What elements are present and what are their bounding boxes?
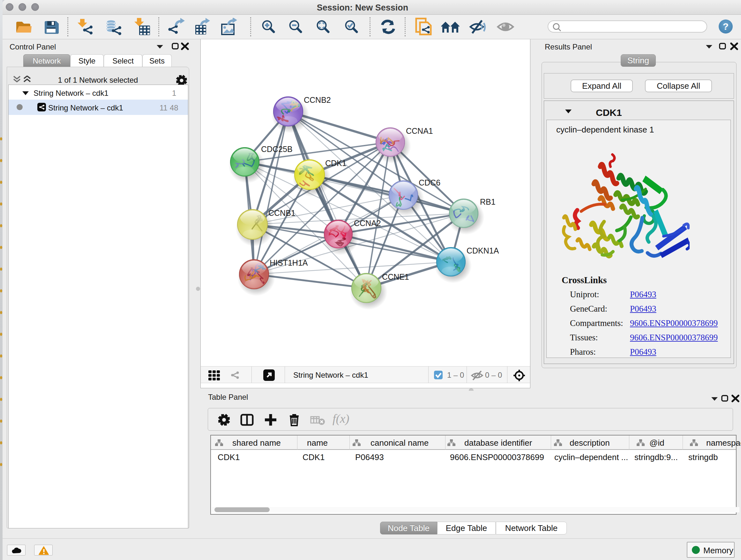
svg-text:CCNA1: CCNA1 [406,126,433,135]
svg-text:CCNB1: CCNB1 [268,208,295,217]
svg-text:CDC25B: CDC25B [261,145,293,153]
svg-text:CCNB2: CCNB2 [304,96,331,105]
svg-text:RB1: RB1 [480,197,495,206]
svg-text:CDKN1A: CDKN1A [467,246,499,255]
svg-text:CDC6: CDC6 [419,178,441,187]
svg-text:CCNA2: CCNA2 [354,219,381,228]
svg-text:CDK1: CDK1 [325,159,347,168]
svg-text:CCNE1: CCNE1 [382,272,409,281]
svg-text:HIST1H1A: HIST1H1A [270,258,308,267]
